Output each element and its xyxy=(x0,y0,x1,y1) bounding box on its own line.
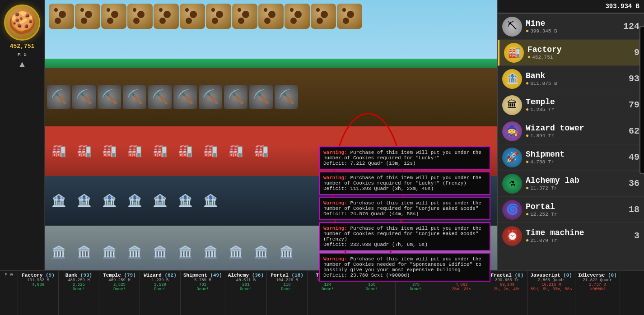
cookie-score: 452,751 xyxy=(10,43,35,50)
mine-building: ⛏️ xyxy=(98,85,121,109)
cookie-chunk xyxy=(49,4,74,29)
shipment-info: Shipment ● 4.758 Tr xyxy=(526,150,626,165)
grass-strip xyxy=(45,59,497,68)
warning-text-1: Purchase of this item will put you under… xyxy=(323,150,481,161)
warning-box-5: Warning: Purchase of this item will put … xyxy=(319,253,490,282)
sidebar-item-wizard[interactable]: 🧙 Wizard tower ● 1.894 Tr 62 xyxy=(498,118,644,144)
warning-deficit-3: Deficit: 24.576 Quadr (44m, 58s) xyxy=(323,211,419,217)
warning-box-1: Warning: Purchase of this item will put … xyxy=(319,146,490,170)
sidebar-item-bank[interactable]: 🏦 Bank ● 611.875 B 93 xyxy=(498,66,644,92)
factory-building: 🏭 xyxy=(98,139,121,163)
factory-building: 🏭 xyxy=(148,139,172,163)
bottom-item-temple[interactable]: Temple (79) 489.259 M 2,525 Done! xyxy=(99,271,140,315)
cookie-chunk xyxy=(258,4,284,29)
sidebar-item-alchemy[interactable]: ⚗ Alchemy lab ● 11.372 Tr 36 xyxy=(498,171,644,197)
bottom-item-idleverse[interactable]: Idleverse (0) 21.822 Quadr 2.737 B >9000… xyxy=(575,271,620,315)
mine-building: ⛏️ xyxy=(47,85,70,109)
wizard-name: Wizard tower xyxy=(526,124,626,133)
portal-coin-icon: ● xyxy=(526,211,529,218)
bi-portal-name: Portal (18) xyxy=(271,273,303,278)
bi-alchemy-name: Alchemy (36) xyxy=(228,273,264,278)
bi-wizard-status: Done! xyxy=(154,287,166,292)
sidebar-item-factory[interactable]: 🏭 Factory ● 452,751 9 xyxy=(498,40,644,66)
sidebar-item-mine[interactable]: ⛏ Mine ● 399.345 B 124 xyxy=(498,14,644,40)
left-panel: 🍪 452,751 M 0 ▲ xyxy=(0,0,45,270)
warning-text-3: Purchase of this item will put you under… xyxy=(323,200,481,211)
temple-info: Temple ● 1.235 Tr xyxy=(526,97,626,113)
shipment-coin-icon: ● xyxy=(526,159,529,165)
bank-building: 🏦 xyxy=(47,189,70,213)
portal-icon: 🌀 xyxy=(502,200,522,220)
bottom-m0-label: M 0 xyxy=(5,273,13,278)
alchemy-name: Alchemy lab xyxy=(526,176,626,185)
shipment-name: Shipment xyxy=(526,150,626,159)
bank-icon: 🏦 xyxy=(502,69,522,89)
bank-name: Bank xyxy=(526,71,626,80)
cookie-chunk xyxy=(285,4,310,29)
warning-label-2: Warning: xyxy=(323,175,347,181)
bi-shipment-name: Shipment (49) xyxy=(183,273,222,278)
timemachine-name: Time machine xyxy=(526,228,626,237)
bi-bank-name: Bank (93) xyxy=(65,273,92,278)
mine-count: 124 xyxy=(623,21,639,32)
bottom-item-portal[interactable]: Portal (18) 104.226 B 118 Done! xyxy=(267,271,308,315)
mine-name: Mine xyxy=(526,19,623,28)
bi-fractal-cookies: 390.665 Tr xyxy=(495,278,519,283)
big-cookie-button[interactable]: 🍪 xyxy=(4,5,40,41)
mine-building: ⛏️ xyxy=(199,85,222,109)
wizard-cost: ● 1.894 Tr xyxy=(526,133,626,139)
bottom-item-javascript[interactable]: Javascript (0) 2.865 Quadr 16,215 M 89d,… xyxy=(528,271,575,315)
bi-antimatter-delta: 150 xyxy=(368,283,375,287)
bi-javascript-delta: 16,215 M xyxy=(541,283,561,287)
warning-section: Warning: Purchase of this item will put … xyxy=(319,144,490,282)
sidebar-item-timemachine[interactable]: ⏰ Time machine ● 21.079 Tr 3 xyxy=(498,223,644,249)
timemachine-coin-icon: ● xyxy=(526,237,529,244)
top-score-value: 393.934 B xyxy=(605,3,639,10)
warning-label-4: Warning: xyxy=(323,226,347,231)
bank-building: 🏦 xyxy=(148,189,172,213)
temple-building: 🏛️ xyxy=(173,241,197,264)
bi-alchemy-delta: 281 xyxy=(242,283,249,287)
cookie-chunk xyxy=(75,4,100,29)
factory-building: 🏭 xyxy=(173,139,197,163)
warning-deficit-1: Deficit: 7.212 Quadr (13m, 12s) xyxy=(323,161,416,166)
bottom-item-wizard[interactable]: Wizard (62) 1.239 B 1,529 Done! xyxy=(140,271,181,315)
temple-coin-icon: ● xyxy=(526,107,529,113)
temple-building: 🏛️ xyxy=(148,241,172,264)
bi-temple-cookies: 489.259 M xyxy=(108,278,131,283)
cookie-chunk xyxy=(311,4,336,29)
sidebar-item-shipment[interactable]: 🚀 Shipment ● 4.758 Tr 49 xyxy=(498,144,644,171)
bottom-item-bank[interactable]: Bank (93) 489.259 M 2,525 Done! xyxy=(59,271,99,315)
bi-factory-cookies: 131.982 M xyxy=(27,278,49,283)
alchemy-info: Alchemy lab ● 11.372 Tr xyxy=(526,176,626,191)
bottom-item-factory[interactable]: Factory (9) 131.982 M 4,636 xyxy=(18,271,59,315)
factory-building: 🏭 xyxy=(123,139,146,163)
bank-building: 🏦 xyxy=(199,189,222,213)
mine-building: ⛏️ xyxy=(72,85,96,109)
scroll-up-arrow[interactable]: ▲ xyxy=(19,60,25,70)
temple-building: 🏛️ xyxy=(224,241,247,264)
temple-count: 79 xyxy=(626,100,639,110)
mine-row: ⛏️ ⛏️ ⛏️ ⛏️ ⛏️ ⛏️ ⛏️ ⛏️ ⛏️ ⛏️ xyxy=(45,68,497,126)
bank-count: 93 xyxy=(626,74,639,84)
cookie-chunk xyxy=(127,4,153,29)
warning-deficit-4: Deficit: 232.938 Quadr (7h, 6m, 5s) xyxy=(323,242,428,247)
mine-building: ⛏️ xyxy=(275,85,298,109)
bi-chancemaker-status: 28m, 31s xyxy=(452,287,471,292)
wizard-coin-icon: ● xyxy=(526,133,529,139)
bi-portal-cookies: 104.226 B xyxy=(276,278,298,283)
bi-portal-status: Done! xyxy=(281,287,293,292)
bottom-item-shipment[interactable]: Shipment (49) 6.789 B 701 Done! xyxy=(181,271,225,315)
sidebar-item-portal[interactable]: 🌀 Portal ● 12.252 Tr 18 xyxy=(498,197,644,223)
temple-building: 🏛️ xyxy=(98,241,121,264)
cookie-chunk xyxy=(154,4,179,29)
mine-building: ⛏️ xyxy=(123,85,146,109)
bank-info: Bank ● 611.875 B xyxy=(526,71,626,87)
sidebar-item-temple[interactable]: 🏛 Temple ● 1.235 Tr 79 xyxy=(498,92,644,118)
bottom-item-fractal[interactable]: Fractal (0) 390.665 Tr 69,149 2h, 2m, 49… xyxy=(487,271,528,315)
temple-building: 🏛️ xyxy=(123,241,146,264)
bottom-item-alchemy[interactable]: Alchemy (36) 40.511 B 281 Done! xyxy=(225,271,267,315)
bi-javascript-cookies: 2.865 Quadr xyxy=(538,278,565,283)
cookie-chunk xyxy=(232,4,257,29)
bi-wizard-delta: 1,529 xyxy=(154,283,166,287)
